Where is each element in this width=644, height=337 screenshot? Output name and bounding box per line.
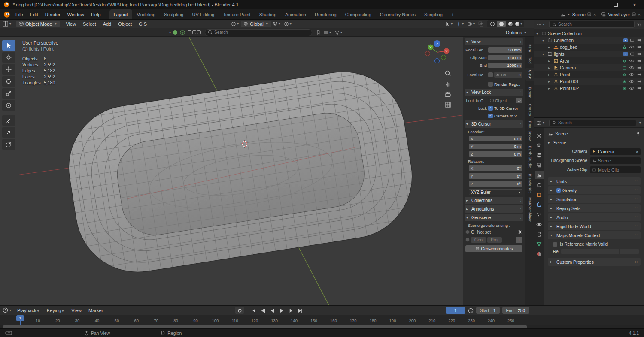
edit-icon[interactable] <box>516 98 522 103</box>
annotations-panel-header[interactable]: ▸Annotations∷ <box>465 205 523 213</box>
viewport-menu-view[interactable]: View <box>62 21 79 27</box>
camera-visibility-icon[interactable] <box>637 72 642 77</box>
gizmo-negative-z-axis[interactable] <box>435 59 440 63</box>
cursor-rotation-z-field[interactable]: Z0° <box>469 181 522 187</box>
collapse-icon[interactable]: ▾ <box>542 52 546 56</box>
render-region-checkbox[interactable] <box>488 82 493 87</box>
proportional-editing-dropdown[interactable]: ▾ <box>284 21 292 27</box>
monitor-icon[interactable] <box>630 52 635 57</box>
measure-tool[interactable] <box>2 127 15 138</box>
new-scene-icon[interactable] <box>587 12 592 17</box>
navigation-gizmo[interactable]: Z Y X <box>423 38 451 65</box>
section-units[interactable]: ▸Units∷ <box>548 177 641 185</box>
new-viewlayer-icon[interactable] <box>632 12 636 17</box>
section-simulation[interactable]: ▸Simulation∷ <box>548 195 641 203</box>
viewport-menu-object[interactable]: Object <box>115 21 135 27</box>
workspace-tab-uv-editing[interactable]: UV Editing <box>188 9 219 19</box>
filter-icon[interactable] <box>637 22 642 27</box>
projection-radio[interactable] <box>465 238 470 242</box>
scene-selector[interactable]: ▾ Scene × <box>560 12 596 17</box>
section-audio[interactable]: ▸Audio∷ <box>548 213 641 221</box>
timeline-menu-playback[interactable]: Playback▾ <box>14 308 43 313</box>
transform-tool[interactable] <box>2 100 15 111</box>
filter-dropdown[interactable]: ▾ <box>334 30 343 35</box>
menu-file[interactable]: File <box>12 12 27 17</box>
section-maps-models-context[interactable]: ▾Maps Models Context∷ <box>548 231 641 239</box>
menu-render[interactable]: Render <box>42 12 64 17</box>
pin-icon[interactable] <box>636 132 641 136</box>
material-preview-icon[interactable] <box>173 30 177 35</box>
is-reference-matrix-valid-checkbox[interactable] <box>553 242 557 247</box>
camera-visibility-icon[interactable] <box>637 66 642 70</box>
scale-tool[interactable] <box>2 88 15 99</box>
sidebar-tab-blosm[interactable]: Blosm <box>525 85 534 100</box>
workspace-tab-shading[interactable]: Shading <box>255 9 281 19</box>
scene-section-header[interactable]: ▾Scene <box>548 139 641 147</box>
properties-tab-scene[interactable] <box>535 171 544 179</box>
outliner-item-point-002[interactable]: ▸Point.002 <box>534 85 644 92</box>
cursor-tool[interactable] <box>2 52 15 63</box>
workspace-tab-compositing[interactable]: Compositing <box>341 9 376 19</box>
playhead[interactable]: 1 <box>16 315 24 325</box>
3d-viewport[interactable]: User Perspective (1) lights | Point Obje… <box>0 37 534 305</box>
workspace-tab-scripting[interactable]: Scripting <box>420 9 447 19</box>
expand-icon[interactable]: ▸ <box>548 66 552 70</box>
overlays-dropdown[interactable]: ▾ <box>467 21 476 27</box>
cursor-rotation-y-field[interactable]: Y0° <box>469 173 522 179</box>
current-frame-field[interactable]: 1 <box>446 307 465 314</box>
eye-icon[interactable] <box>629 86 635 90</box>
xray-toggle[interactable] <box>478 21 483 27</box>
jump-to-end-button[interactable] <box>296 307 305 314</box>
minimize-button[interactable] <box>587 0 606 9</box>
clip-end-field[interactable]: 1000 m <box>488 63 522 68</box>
auto-keying-toggle[interactable] <box>235 307 244 314</box>
shading-material-button[interactable] <box>506 21 515 27</box>
properties-tab-material[interactable] <box>535 250 544 258</box>
jump-to-start-button[interactable] <box>249 307 258 314</box>
viewport-menu-gis[interactable]: GIS <box>135 21 150 27</box>
snap-dropdown[interactable]: ▾ <box>273 21 281 27</box>
sidebar-tab-view[interactable]: View <box>525 68 534 81</box>
outliner-item-collection[interactable]: ▾Collection <box>534 37 644 44</box>
camera-visibility-icon[interactable] <box>637 38 642 42</box>
remove-viewlayer-icon[interactable]: × <box>638 12 641 17</box>
outliner-item-dog-bed[interactable]: ▸dog_bed <box>534 44 644 51</box>
focal-length-field[interactable]: 50 mm <box>488 47 522 53</box>
view-lock-panel-header[interactable]: ▾View Lock∷ <box>465 89 523 96</box>
end-frame-field[interactable]: End250 <box>502 307 529 314</box>
expand-icon[interactable]: ▸ <box>548 45 552 49</box>
transform-orientation-dropdown[interactable]: Global ▾ <box>241 21 271 27</box>
close-button[interactable]: × <box>625 0 644 9</box>
pivot-point-dropdown[interactable]: ▾ <box>231 21 240 27</box>
scene-camera-field[interactable]: Camera × <box>590 148 641 155</box>
local-camera-checkbox[interactable] <box>488 72 493 77</box>
shading-solid-button[interactable] <box>497 21 506 27</box>
monitor-icon[interactable] <box>630 38 635 43</box>
outliner-item-camera[interactable]: ▸Camera <box>534 64 644 71</box>
start-frame-field[interactable]: Start1 <box>476 307 500 314</box>
viewport-menu-add[interactable]: Add <box>100 21 115 27</box>
play-button[interactable] <box>277 307 286 314</box>
sidebar-tab-item[interactable]: Item <box>525 42 534 54</box>
properties-tab-object[interactable] <box>535 190 544 199</box>
sidebar-tab-real-snow[interactable]: Real Snow <box>525 119 534 143</box>
add-workspace-button[interactable]: + <box>447 9 458 19</box>
viewport-search-input[interactable] <box>214 30 309 35</box>
timeline-menu-view[interactable]: View <box>68 308 85 313</box>
viewport-menu-select[interactable]: Select <box>79 21 100 27</box>
properties-tab-physics[interactable] <box>535 220 544 229</box>
collections-panel-header[interactable]: ▸Collections∷ <box>465 197 523 204</box>
collapse-icon[interactable]: ▾ <box>536 32 540 36</box>
section-keying-sets[interactable]: ▸Keying Sets∷ <box>548 204 641 212</box>
menu-edit[interactable]: Edit <box>27 12 42 17</box>
properties-tab-world[interactable] <box>535 181 544 189</box>
workspace-tab-animation[interactable]: Animation <box>281 9 310 19</box>
gizmos-dropdown[interactable]: ▾ <box>456 21 465 27</box>
camera-visibility-icon[interactable] <box>637 79 642 84</box>
matrix-field[interactable] <box>620 249 639 254</box>
cursor-rotation-x-field[interactable]: X0° <box>469 165 522 171</box>
expand-icon[interactable]: ▸ <box>548 87 552 90</box>
collection-exclude-checkbox[interactable] <box>623 52 628 56</box>
shading-wireframe-button[interactable] <box>488 21 497 27</box>
lock-to-object-field[interactable]: Object <box>488 98 514 103</box>
